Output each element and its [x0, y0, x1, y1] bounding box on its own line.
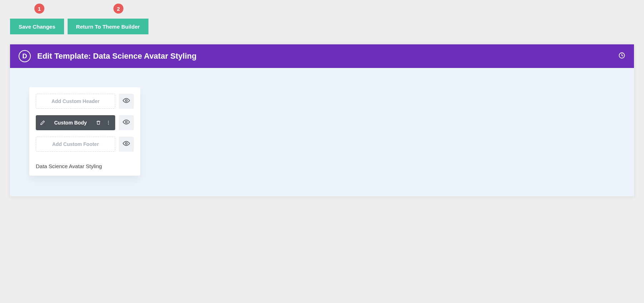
- custom-body-label: Custom Body: [50, 120, 91, 126]
- template-card: Add Custom Header: [29, 87, 140, 176]
- body-slot-row: Custom Body: [36, 115, 134, 130]
- header-slot-row: Add Custom Header: [36, 94, 134, 109]
- eye-icon: [123, 118, 130, 127]
- trash-icon[interactable]: [96, 120, 101, 125]
- svg-point-6: [126, 143, 127, 145]
- panel-body: Add Custom Header: [10, 68, 634, 196]
- divi-logo-icon: D: [19, 50, 31, 62]
- header-visibility-button[interactable]: [119, 94, 134, 109]
- more-icon[interactable]: [106, 120, 111, 125]
- annotation-badge-2: 2: [113, 4, 123, 14]
- annotation-badge-1: 1: [34, 4, 44, 14]
- footer-slot-row: Add Custom Footer: [36, 137, 134, 152]
- template-caption: Data Science Avatar Styling: [36, 163, 134, 169]
- eye-icon: [123, 97, 130, 106]
- edit-template-panel: D Edit Template: Data Science Avatar Sty…: [10, 44, 634, 196]
- return-to-theme-builder-button[interactable]: Return To Theme Builder: [68, 19, 148, 34]
- svg-point-5: [126, 121, 127, 123]
- footer-visibility-button[interactable]: [119, 137, 134, 152]
- svg-point-3: [108, 122, 109, 123]
- top-buttons: 1 2 Save Changes Return To Theme Builder: [0, 0, 644, 34]
- add-custom-header-slot[interactable]: Add Custom Header: [36, 94, 115, 109]
- svg-point-1: [126, 100, 127, 102]
- body-visibility-button[interactable]: [119, 115, 134, 130]
- history-icon[interactable]: [618, 52, 625, 60]
- save-changes-button[interactable]: Save Changes: [10, 19, 64, 34]
- add-custom-footer-slot[interactable]: Add Custom Footer: [36, 137, 115, 152]
- panel-title: Edit Template: Data Science Avatar Styli…: [37, 52, 196, 61]
- panel-header-actions: [618, 52, 625, 60]
- panel-header: D Edit Template: Data Science Avatar Sty…: [10, 44, 634, 68]
- custom-body-slot[interactable]: Custom Body: [36, 115, 115, 130]
- pencil-icon[interactable]: [40, 120, 45, 125]
- svg-point-2: [108, 121, 109, 122]
- svg-point-4: [108, 124, 109, 124]
- eye-icon: [123, 140, 130, 148]
